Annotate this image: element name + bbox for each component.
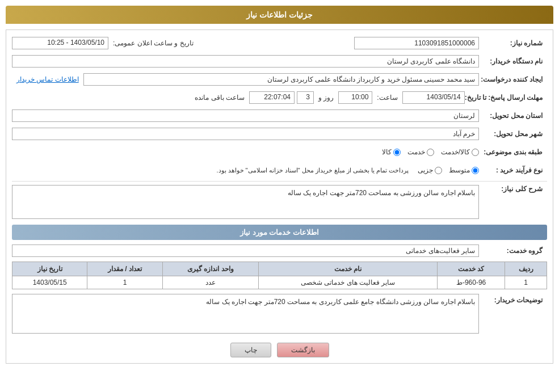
creator-label: ایجاد کننده درخواست:: [479, 75, 547, 83]
buyer-desc-label: توضیحات خریدار:: [479, 294, 547, 304]
category-option-khedmat[interactable]: خدمت: [407, 148, 434, 156]
province-label: استان محل تحویل:: [479, 112, 547, 120]
deadline-label: مهلت ارسال پاسخ: تا تاریخ:: [465, 94, 547, 102]
buyer-desc-value: باسلام اجاره سالن ورزشی دانشگاه جامع علم…: [12, 294, 479, 334]
need-number-value: 1103091851000006: [354, 37, 479, 49]
button-row: بازگشت چاپ: [12, 343, 547, 357]
back-button[interactable]: بازگشت: [277, 343, 329, 357]
announce-label: تاریخ و ساعت اعلان عمومی:: [108, 39, 198, 47]
deadline-day-label: روز و: [314, 94, 338, 102]
deadline-remaining: 22:07:04: [249, 91, 295, 104]
buyer-org-value: دانشگاه علمی کاربردی لرستان: [12, 55, 479, 68]
col-header-code: کد خدمت: [438, 262, 505, 276]
deadline-time-label: ساعت:: [372, 94, 402, 102]
col-header-date: تاریخ نیاز: [12, 262, 87, 276]
table-row: 1960-96-طسایر فعالیت های خدماتی شخصیعدد1…: [12, 276, 547, 289]
province-value: لرستان: [12, 109, 479, 122]
category-options: کالا/خدمت خدمت کالا: [382, 148, 479, 156]
purchase-note: پرداخت تمام یا بخشی از مبلغ خریداز محل "…: [216, 167, 409, 174]
col-header-row: ردیف: [505, 262, 547, 276]
need-number-label: شماره نیاز:: [479, 39, 547, 47]
purchase-type-label: نوع فرآیند خرید :: [479, 166, 547, 174]
city-label: شهر محل تحویل:: [479, 130, 547, 138]
col-header-name: نام خدمت: [259, 262, 438, 276]
announce-value: 1403/05/10 - 10:25: [12, 37, 108, 49]
need-desc-value: باسلام اجاره سالن ورزشی به مساحت 720متر …: [12, 185, 479, 219]
category-option-kala-khedmat[interactable]: کالا/خدمت: [441, 148, 479, 156]
page-header: جزئیات اطلاعات نیاز: [6, 6, 553, 24]
services-table: ردیف کد خدمت نام خدمت واحد اندازه گیری ت…: [12, 262, 547, 289]
creator-link[interactable]: اطلاعات تماس خریدار: [12, 75, 83, 83]
service-group-value: سایر فعالیت‌های خدماتی: [12, 245, 479, 257]
buyer-org-label: نام دستگاه خریدار:: [479, 57, 547, 65]
purchase-type-options: متوسط جزیی: [418, 166, 479, 174]
deadline-time: 10:00: [338, 91, 372, 104]
category-option-kala[interactable]: کالا: [382, 148, 401, 156]
deadline-day: 3: [297, 91, 314, 104]
col-header-unit: واحد اندازه گیری: [162, 262, 258, 276]
print-button[interactable]: چاپ: [230, 343, 271, 357]
service-group-label: گروه خدمت:: [479, 247, 547, 255]
col-header-qty: تعداد / مقدار: [87, 262, 162, 276]
deadline-remaining-label: ساعت باقی مانده: [190, 94, 249, 102]
purchase-type-motawaset[interactable]: متوسط: [449, 166, 479, 174]
category-label: طبقه بندی موضوعی:: [479, 148, 547, 156]
need-desc-label: شرح کلی نیاز:: [479, 185, 547, 193]
services-header: اطلاعات خدمات مورد نیاز: [12, 225, 547, 240]
creator-value: سید محمد حسینی مسئول خرید و کاربرداز دان…: [83, 73, 479, 86]
city-value: خرم آباد: [12, 128, 479, 140]
purchase-type-jozi[interactable]: جزیی: [418, 166, 442, 174]
deadline-date: 1403/05/14: [402, 91, 465, 104]
